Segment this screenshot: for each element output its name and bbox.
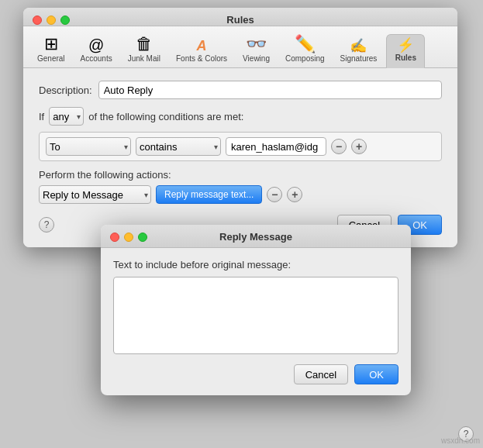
help-button[interactable]: ? <box>39 217 54 233</box>
any-select[interactable]: any <box>49 107 84 126</box>
rules-icon: ⚡ <box>397 38 414 52</box>
general-label: General <box>37 54 65 63</box>
action-row: Reply to Message Reply message text... −… <box>39 185 442 204</box>
traffic-lights <box>33 16 70 25</box>
conditions-area: To contains − + <box>39 132 442 161</box>
minimize-button[interactable] <box>47 16 56 25</box>
condition-value-input[interactable] <box>226 137 326 156</box>
reply-ok-button[interactable]: OK <box>354 364 398 384</box>
viewing-label: Viewing <box>243 54 270 63</box>
toolbar-item-signatures[interactable]: ✍ Signatures <box>334 36 384 67</box>
reply-title-bar: Reply Message <box>101 225 411 248</box>
operator-select-wrapper: contains <box>136 137 221 156</box>
viewing-icon: 👓 <box>246 36 267 53</box>
toolbar-item-accounts[interactable]: @ Accounts <box>74 34 119 67</box>
field-select[interactable]: To <box>46 137 131 156</box>
add-condition-button[interactable]: + <box>351 139 367 154</box>
reply-textarea[interactable] <box>113 277 398 354</box>
reply-cancel-button[interactable]: Cancel <box>294 364 348 384</box>
reply-traffic-lights <box>110 233 147 242</box>
toolbar: ⊞ General @ Accounts 🗑 Junk Mail A Fonts… <box>23 26 457 68</box>
close-button[interactable] <box>33 16 42 25</box>
reply-desc-label: Text to include before original message: <box>113 259 398 271</box>
description-input[interactable] <box>98 81 442 99</box>
action-type-wrapper: Reply to Message <box>39 185 151 204</box>
fonts-label: Fonts & Colors <box>176 54 227 63</box>
composing-label: Composing <box>285 54 325 63</box>
operator-select[interactable]: contains <box>136 137 221 156</box>
any-select-wrapper: any <box>49 107 84 126</box>
composing-icon: ✏️ <box>295 36 316 53</box>
conditions-label: of the following conditions are met: <box>88 111 243 122</box>
toolbar-item-viewing[interactable]: 👓 Viewing <box>236 33 276 67</box>
reply-minimize-button[interactable] <box>124 233 133 242</box>
toolbar-item-junk[interactable]: 🗑 Junk Mail <box>122 33 167 67</box>
junk-icon: 🗑 <box>136 36 153 53</box>
reply-dialog-title: Reply Message <box>219 231 292 243</box>
field-select-wrapper: To <box>46 137 131 156</box>
general-icon: ⊞ <box>44 36 58 53</box>
reply-close-button[interactable] <box>110 233 119 242</box>
actions-label: Perform the following actions: <box>39 169 442 181</box>
toolbar-item-fonts[interactable]: A Fonts & Colors <box>170 36 233 67</box>
signatures-icon: ✍ <box>350 39 367 53</box>
add-action-button[interactable]: + <box>287 187 302 202</box>
signatures-label: Signatures <box>340 54 378 63</box>
rules-label: Rules <box>395 53 416 62</box>
accounts-label: Accounts <box>81 54 112 63</box>
zoom-button[interactable] <box>60 16 70 25</box>
toolbar-item-rules[interactable]: ⚡ Rules <box>386 34 425 68</box>
remove-action-button[interactable]: − <box>267 187 282 202</box>
accounts-icon: @ <box>88 37 104 53</box>
reply-message-text-button[interactable]: Reply message text... <box>156 185 262 204</box>
fonts-icon: A <box>197 39 207 53</box>
toolbar-item-composing[interactable]: ✏️ Composing <box>279 33 331 67</box>
window-title: Rules <box>226 14 254 30</box>
title-bar: Rules <box>23 8 457 26</box>
toolbar-item-general[interactable]: ⊞ General <box>31 33 71 67</box>
condition-line: To contains − + <box>46 137 435 156</box>
reply-footer: Cancel OK <box>113 364 398 384</box>
junk-label: Junk Mail <box>128 54 160 63</box>
description-row: Description: <box>39 81 442 99</box>
if-row: If any of the following conditions are m… <box>39 107 442 126</box>
reply-dialog: Reply Message Text to include before ori… <box>101 225 411 395</box>
reply-content: Text to include before original message:… <box>101 248 411 395</box>
rules-content: Description: If any of the following con… <box>23 68 457 247</box>
if-label: If <box>39 111 44 122</box>
watermark: wsxdn.com <box>441 436 480 445</box>
reply-zoom-button[interactable] <box>138 233 147 242</box>
description-label: Description: <box>39 84 92 96</box>
rules-window: Rules ⊞ General @ Accounts 🗑 Junk Mail A… <box>23 8 457 247</box>
remove-condition-button[interactable]: − <box>331 139 347 154</box>
action-type-select[interactable]: Reply to Message <box>39 185 151 204</box>
